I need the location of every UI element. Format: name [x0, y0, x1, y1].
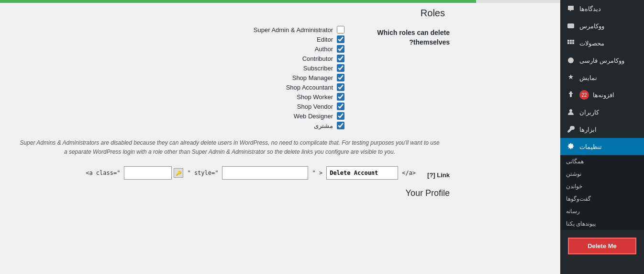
products-icon [566, 38, 576, 48]
delete-me-container: Delete Me [560, 230, 644, 262]
svg-point-1 [568, 57, 574, 63]
woo-fa-icon [566, 56, 576, 65]
sidebar-item-appearance[interactable]: نمایش [560, 69, 644, 86]
sidebar-item-woocommerce[interactable]: ووکامرس [560, 17, 644, 34]
role-label-subscriber: Subscriber [303, 65, 333, 72]
roles-section: Roles Super Admin & Administrator Editor [10, 8, 450, 157]
role-label-contributor: Contributor [302, 55, 333, 62]
role-row-editor: Editor [317, 35, 344, 43]
comment-icon [566, 4, 576, 13]
tools-label: ابزارها [579, 126, 597, 133]
sidebar: دیدگاه‌ها ووکامرس محصولات ووکامرس فارسی … [560, 0, 644, 274]
tools-icon [566, 125, 576, 134]
products-label: محصولات [579, 40, 604, 47]
roles-checkboxes: Super Admin & Administrator Editor Autho… [10, 26, 344, 131]
main-content: Roles Super Admin & Administrator Editor [0, 0, 560, 274]
role-label-author: Author [315, 46, 333, 53]
settings-sub-discussion[interactable]: گفت‌وگوها [560, 193, 644, 205]
link-row: <a class=" 🔑 " style=" " > </a> [84, 166, 418, 180]
delete-account-text-input[interactable] [326, 166, 398, 180]
role-row-author: Author [315, 45, 344, 53]
role-checkbox-author[interactable] [337, 45, 344, 53]
role-checkbox-shop-accountant[interactable] [337, 83, 344, 91]
roles-description-text: Which roles can deletethemselves? [354, 28, 450, 47]
code-mid1: " style=" [185, 169, 220, 177]
settings-sub-media[interactable]: رسانه [560, 205, 644, 217]
role-label-mushtari: مشتری [314, 122, 333, 129]
plugins-label: افزونه‌ها [593, 91, 614, 99]
role-row-shop-worker: Shop Worker [297, 93, 344, 101]
content-wrapper: Roles Super Admin & Administrator Editor [0, 3, 459, 216]
role-label-editor: Editor [317, 36, 333, 43]
woocommerce-fa-label: ووکامرس فارسی [579, 57, 624, 64]
role-row-web-designer: Web Designer [294, 112, 344, 120]
class-input[interactable] [124, 166, 172, 180]
role-row-mushtari: مشتری [314, 122, 344, 129]
role-checkbox-shop-worker[interactable] [337, 93, 344, 101]
role-label-super-admin: Super Admin & Administrator [254, 26, 333, 34]
woo-icon [566, 21, 576, 31]
settings-sub-reading[interactable]: خواندن [560, 180, 644, 193]
svg-rect-0 [567, 23, 574, 28]
role-label-shop-vendor: Shop Vendor [297, 103, 333, 110]
settings-sub-permalinks[interactable]: پیوندهای یکتا [560, 217, 644, 230]
delete-me-button[interactable]: Delete Me [568, 238, 636, 254]
roles-header: Roles [10, 8, 450, 19]
role-row-subscriber: Subscriber [303, 64, 344, 72]
sidebar-item-users[interactable]: کاربران [560, 103, 644, 121]
users-icon [566, 107, 576, 117]
didigaha-label: دیدگاه‌ها [579, 5, 601, 12]
settings-submenu: همگانی نوشتن خواندن گفت‌وگوها رسانه پیون… [560, 155, 644, 230]
appearance-icon [566, 73, 576, 82]
plugins-icon [566, 90, 576, 100]
roles-two-col: Super Admin & Administrator Editor Autho… [10, 26, 450, 131]
roles-description: Which roles can deletethemselves? [354, 26, 450, 47]
key-icon[interactable]: 🔑 [174, 168, 183, 178]
role-row-shop-manager: Shop Manager [292, 74, 344, 81]
appearance-label: نمایش [579, 74, 597, 81]
code-close: </a> [400, 169, 418, 177]
profile-header: Your Profile [406, 188, 450, 198]
svg-point-2 [569, 109, 572, 112]
role-row-contributor: Contributor [302, 55, 344, 62]
plugins-badge: 22 [579, 90, 589, 100]
role-checkbox-editor[interactable] [337, 35, 344, 43]
sidebar-item-tools[interactable]: ابزارها [560, 121, 644, 138]
role-row-super-admin: Super Admin & Administrator [254, 26, 344, 34]
role-row-shop-accountant: Shop Accountant [286, 83, 344, 91]
role-checkbox-mushtari[interactable] [337, 122, 344, 129]
code-open: <a class=" [84, 169, 122, 177]
role-label-shop-manager: Shop Manager [292, 74, 333, 81]
sidebar-item-settings[interactable]: تنظیمات [560, 138, 644, 155]
role-checkbox-shop-vendor[interactable] [337, 103, 344, 110]
sidebar-item-woocommerce-fa[interactable]: ووکامرس فارسی [560, 52, 644, 69]
role-checkbox-shop-manager[interactable] [337, 74, 344, 81]
roles-note: Super Admins & Administrators are disabl… [10, 138, 450, 157]
settings-sub-writing[interactable]: نوشتن [560, 168, 644, 180]
role-label-shop-accountant: Shop Accountant [286, 84, 333, 91]
sidebar-item-didigaha[interactable]: دیدگاه‌ها [560, 0, 644, 17]
settings-sub-general[interactable]: همگانی [560, 155, 644, 168]
role-label-shop-worker: Shop Worker [297, 93, 333, 101]
style-input[interactable] [222, 166, 308, 180]
users-label: کاربران [579, 109, 599, 116]
role-row-shop-vendor: Shop Vendor [297, 103, 344, 110]
role-checkbox-subscriber[interactable] [337, 64, 344, 72]
link-label: [?] Link [427, 171, 450, 179]
role-label-web-designer: Web Designer [294, 113, 333, 120]
code-mid2: " > [310, 169, 324, 177]
role-checkbox-web-designer[interactable] [337, 112, 344, 120]
profile-section: <a class=" 🔑 " style=" " > </a> [?] Link… [10, 166, 450, 204]
settings-icon [566, 142, 576, 151]
sidebar-item-products[interactable]: محصولات [560, 34, 644, 52]
settings-label: تنظیمات [579, 143, 602, 150]
role-checkbox-super-admin[interactable] [337, 26, 344, 34]
sidebar-item-plugins[interactable]: افزونه‌ها 22 [560, 86, 644, 103]
progress-bar-fill [0, 0, 476, 3]
role-checkbox-contributor[interactable] [337, 55, 344, 62]
woocommerce-label: ووکامرس [579, 23, 604, 30]
progress-bar-container [0, 0, 560, 3]
